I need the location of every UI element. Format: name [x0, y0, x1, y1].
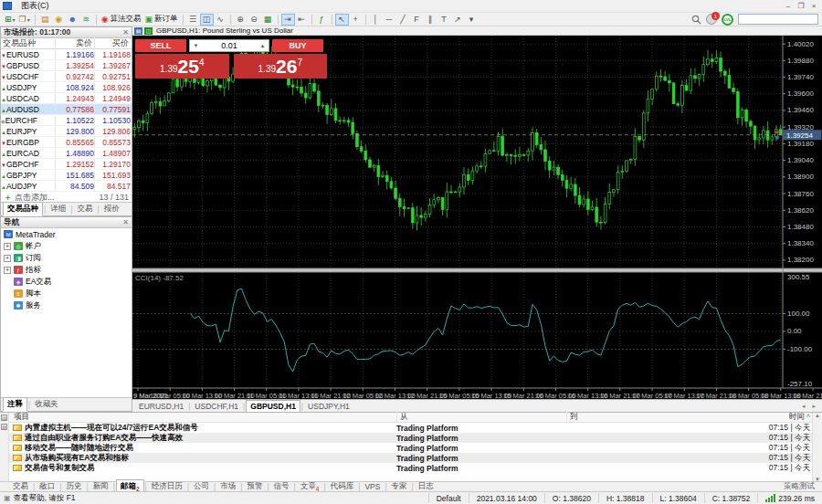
market-watch-row[interactable]: ▲USDCAD1.249431.24949: [1, 93, 132, 104]
column-item[interactable]: 项目: [9, 412, 396, 423]
column-time[interactable]: 时间: [789, 412, 806, 423]
chart-shift-button[interactable]: ⇤: [295, 14, 309, 26]
mail-row[interactable]: 内置虚拟主机——现在可以24/7运行EA交易和信号Trading Platfor…: [9, 423, 812, 433]
navigator-item-experts[interactable]: ◈EA交易: [1, 276, 132, 288]
line-chart-button[interactable]: ∿: [214, 14, 227, 26]
market-watch-tab-ticks[interactable]: 报价: [100, 203, 123, 215]
chart-menu-icon[interactable]: ▤: [134, 27, 142, 35]
profiles-button[interactable]: ❐▾: [17, 14, 32, 26]
restore-button[interactable]: ❐: [795, 1, 807, 11]
menu-charts[interactable]: 图表(C): [16, 0, 57, 12]
market-watch-row[interactable]: ▲AUDJPY84.50984.517: [1, 181, 132, 192]
close-button[interactable]: ×: [807, 1, 820, 11]
horizontal-line-button[interactable]: ─: [383, 14, 396, 26]
column-ask[interactable]: 买价: [94, 37, 131, 49]
column-bid[interactable]: 卖价: [55, 37, 94, 49]
crosshair-button[interactable]: +: [349, 14, 363, 26]
market-watch-row[interactable]: ▲AUDUSD0.775860.77591: [1, 104, 132, 115]
cursor-button[interactable]: ↖: [335, 14, 349, 26]
community-icon[interactable]: 1: [706, 14, 717, 25]
connection-status[interactable]: 239.26 ms: [757, 493, 822, 503]
column-symbol[interactable]: 交易品种: [1, 37, 55, 49]
vertical-line-button[interactable]: │: [369, 14, 383, 26]
market-watch-row[interactable]: ▲EURJPY129.800129.806: [1, 126, 132, 137]
new-order-button[interactable]: ▣新订单: [143, 14, 180, 26]
volume-value[interactable]: 0.01: [202, 41, 257, 50]
market-watch-row[interactable]: ▲EURCAD1.488901.48907: [1, 148, 132, 159]
scrollbar[interactable]: ▲ ▼: [812, 413, 822, 482]
mail-row[interactable]: 从市场购买现有EA交易和指标Trading Platform07:15 | 今天: [9, 453, 812, 463]
column-to[interactable]: 到: [566, 412, 722, 423]
expand-icon[interactable]: +: [4, 243, 11, 250]
lvl-icon[interactable]: LVL: [722, 14, 733, 26]
panel-pin-icon[interactable]: ▤: [1, 415, 7, 421]
navigator-item-indicators[interactable]: +ƒ指标: [1, 264, 132, 276]
navigator-item-metatrader[interactable]: MMetaTrader: [1, 228, 132, 240]
chart-tab-gbpusd-h1[interactable]: GBPUSD,H1: [246, 400, 300, 413]
navigator-item-accounts[interactable]: +◎帐户: [1, 240, 132, 252]
expand-icon[interactable]: +: [4, 267, 11, 274]
sell-price-button[interactable]: 1.39254: [135, 54, 229, 79]
algo-trading-button[interactable]: ◉算法交易: [100, 14, 143, 26]
volume-decrease-button[interactable]: ▼: [190, 43, 202, 48]
candlestick-chart-button[interactable]: ◫: [200, 14, 214, 26]
tile-windows-button[interactable]: ▦: [261, 14, 275, 26]
market-watch-row[interactable]: ▼EURUSD1.191661.19168: [1, 49, 132, 60]
panel-window-icon[interactable]: ▥: [1, 424, 7, 430]
mail-list: 内置虚拟主机——现在可以24/7运行EA交易和信号Trading Platfor…: [9, 423, 812, 473]
market-watch-row[interactable]: ▼EURGBP0.855650.85573: [1, 137, 132, 148]
profile-selector[interactable]: Default: [428, 493, 469, 503]
market-watch-row[interactable]: ◆EURCHF1.105221.10530: [1, 115, 132, 126]
indicators-button[interactable]: ƒ: [315, 14, 329, 26]
signal-button[interactable]: ≋: [79, 14, 93, 26]
book-button[interactable]: ▤: [38, 14, 52, 26]
chart-tab-usdjpy-h1[interactable]: USDJPY,H1: [304, 401, 353, 412]
user-button[interactable]: ☻: [66, 14, 79, 26]
market-watch-row[interactable]: ▲USDJPY108.924108.926: [1, 82, 132, 93]
market-watch-tab-details[interactable]: 详细: [47, 203, 69, 215]
column-from[interactable]: 从: [396, 412, 566, 423]
text-button[interactable]: T: [437, 14, 451, 26]
chart-tab-usdchf-h1[interactable]: USDCHF,H1: [191, 401, 242, 412]
arrows-button[interactable]: ↗: [451, 14, 465, 26]
toolbar-search-input[interactable]: [738, 14, 818, 25]
mail-row[interactable]: 交易信号和复制交易Trading Platform07:15 | 今天: [9, 463, 812, 473]
more-tools-button[interactable]: ▾: [465, 14, 479, 26]
sell-button[interactable]: SELL: [135, 39, 186, 52]
navigator-tab-favorites[interactable]: 收藏夹: [31, 398, 62, 411]
channel-button[interactable]: ∥: [424, 14, 437, 26]
market-watch-tab-symbols[interactable]: 交易品种: [3, 202, 43, 216]
chart-tab-eurusd-h1[interactable]: EURUSD,H1: [135, 401, 187, 412]
coins-button[interactable]: ◉: [52, 14, 66, 26]
tab-scroll-arrows[interactable]: ◂ ▸: [802, 403, 818, 410]
fibonacci-button[interactable]: F: [410, 14, 424, 26]
market-watch-row[interactable]: ▼GBPUSD1.392541.39267: [1, 60, 132, 71]
market-watch-row[interactable]: ▼GBPCHF1.291521.29170: [1, 159, 132, 170]
volume-increase-button[interactable]: ▲: [257, 43, 269, 48]
bid-price: 1.39254: [55, 61, 94, 70]
navigator-item-subscriptions[interactable]: +◨订阅: [1, 252, 132, 264]
navigator-item-services[interactable]: ✱服务: [1, 299, 132, 311]
buy-button[interactable]: BUY: [272, 39, 323, 52]
expand-icon[interactable]: +: [4, 255, 11, 262]
search-icon[interactable]: [691, 15, 701, 25]
market-watch-row[interactable]: ▼USDCHF0.927420.92751: [1, 71, 132, 82]
auto-scroll-button[interactable]: ⇥: [281, 14, 295, 26]
minimize-button[interactable]: –: [782, 1, 795, 11]
zoom-out-button[interactable]: ⊖: [248, 14, 261, 26]
mail-row[interactable]: 通过自由职业者服务订购EA交易——快速高效Trading Platform07:…: [9, 433, 812, 443]
close-icon[interactable]: ✕: [122, 28, 129, 37]
scroll-up-icon[interactable]: ▲: [815, 413, 820, 418]
buy-price-button[interactable]: 1.39267: [234, 54, 328, 79]
navigator-tab-common[interactable]: 注释: [3, 397, 27, 412]
navigator-item-scripts[interactable]: ≡脚本: [1, 288, 132, 299]
market-watch-tab-trading[interactable]: 交易: [73, 203, 96, 215]
chart-canvas[interactable]: 1.400201.398801.397401.396001.394601.393…: [132, 36, 822, 399]
market-watch-row[interactable]: ▲GBPJPY151.685151.693: [1, 170, 132, 181]
close-icon[interactable]: ✕: [122, 218, 129, 226]
new-chart-button[interactable]: ⊞▾: [3, 14, 17, 26]
trendline-button[interactable]: ╱: [396, 14, 410, 26]
mail-row[interactable]: 移动交易——随时随地进行交易Trading Platform07:15 | 今天: [9, 443, 812, 453]
zoom-in-button[interactable]: ⊕: [234, 14, 248, 26]
bar-chart-button[interactable]: ☰: [186, 14, 200, 26]
